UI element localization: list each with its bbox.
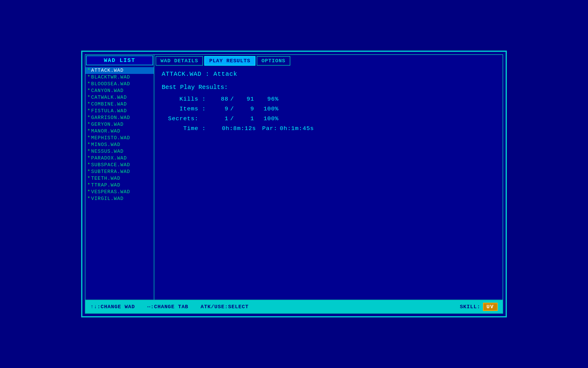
- hint-change-tab: ↔:CHANGE TAB: [147, 304, 188, 310]
- wad-star-icon: *: [87, 176, 91, 181]
- stat-val2: 9: [236, 105, 254, 112]
- stat-colon: :: [201, 105, 207, 112]
- wad-list-item[interactable]: *VESPERAS.WAD: [85, 189, 154, 195]
- wad-item-name: VIRGIL.WAD: [91, 196, 124, 201]
- wad-item-name: MINOS.WAD: [91, 142, 120, 148]
- hint-select: ATK/USE:SELECT: [201, 304, 249, 310]
- wad-item-name: GERYON.WAD: [91, 122, 124, 127]
- wad-item-name: NESSUS.WAD: [91, 149, 124, 154]
- wad-list-item[interactable]: *PARADOX.WAD: [85, 155, 154, 162]
- wad-item-name: SUBTERRA.WAD: [91, 169, 130, 174]
- wad-item-name: GARRISON.WAD: [91, 115, 130, 121]
- stat-par-label: Par:: [262, 125, 277, 132]
- wad-item-name: FISTULA.WAD: [91, 108, 127, 114]
- wad-item-name: ATTACK.WAD: [91, 68, 124, 73]
- stat-label: Secrets:: [162, 115, 198, 122]
- wad-title-line: ATTACK.WAD : Attack: [162, 71, 495, 78]
- stat-val1: 9: [207, 105, 228, 112]
- stat-time: 0h:8m:12s: [207, 125, 256, 132]
- tabs-bar: WAD DETAILSPLAY RESULTSOPTIONS: [154, 55, 503, 66]
- wad-item-name: TEETH.WAD: [91, 176, 120, 181]
- wad-list-item[interactable]: *MEPHISTO.WAD: [85, 135, 154, 141]
- stat-slash: /: [228, 96, 236, 102]
- stat-row: Kills : 88 / 91 96%: [162, 96, 495, 102]
- wad-list-item[interactable]: *BLACKTWR.WAD: [85, 74, 154, 81]
- skill-value: UV: [483, 303, 498, 311]
- wad-list-item[interactable]: *CANYON.WAD: [85, 87, 154, 94]
- hint-change-wad: ↑↓:CHANGE WAD: [90, 304, 135, 310]
- wad-star-icon: *: [87, 115, 91, 121]
- stat-val2: 91: [236, 96, 254, 102]
- wad-list-item[interactable]: *COMBINE.WAD: [85, 101, 154, 108]
- stat-val2: 1: [236, 115, 254, 122]
- wad-item-name: BLACKTWR.WAD: [91, 75, 130, 80]
- wad-list-item[interactable]: *BLOODSEA.WAD: [85, 81, 154, 87]
- stat-label: Items: [162, 105, 198, 112]
- details-content: ATTACK.WAD : Attack Best Play Results: K…: [154, 66, 503, 300]
- stat-colon: :: [201, 96, 207, 102]
- wad-star-icon: *: [87, 149, 91, 154]
- wad-star-icon: *: [87, 189, 91, 195]
- wad-star-icon: *: [87, 81, 91, 87]
- wad-star-icon: *: [87, 102, 91, 107]
- wad-list-panel: WAD LIST *ATTACK.WAD*BLACKTWR.WAD*BLOODS…: [85, 55, 154, 300]
- tab-play-results[interactable]: PLAY RESULTS: [204, 56, 255, 66]
- wad-item-name: CANYON.WAD: [91, 88, 124, 94]
- wad-list-item[interactable]: *ATTACK.WAD: [85, 67, 154, 74]
- wad-star-icon: *: [87, 68, 91, 73]
- inner-frame: WAD LIST *ATTACK.WAD*BLACKTWR.WAD*BLOODS…: [85, 54, 503, 314]
- wad-list-item[interactable]: *TEETH.WAD: [85, 175, 154, 182]
- wad-item-name: COMBINE.WAD: [91, 102, 127, 107]
- wad-star-icon: *: [87, 95, 91, 100]
- wad-item-name: CATWALK.WAD: [91, 95, 127, 100]
- wad-list-item[interactable]: *SUBSPACE.WAD: [85, 162, 154, 168]
- wad-star-icon: *: [87, 135, 91, 141]
- wad-star-icon: *: [87, 155, 91, 161]
- stat-label: Kills: [162, 96, 198, 102]
- wad-star-icon: *: [87, 196, 91, 201]
- wad-star-icon: *: [87, 128, 91, 134]
- wad-item-name: BLOODSEA.WAD: [91, 81, 130, 87]
- stat-label: Time: [162, 125, 198, 132]
- wad-star-icon: *: [87, 169, 91, 174]
- wad-item-name: VESPERAS.WAD: [91, 189, 130, 195]
- stat-slash: /: [228, 105, 236, 112]
- wad-list-header: WAD LIST: [86, 56, 153, 65]
- wad-list-item[interactable]: *GARRISON.WAD: [85, 114, 154, 121]
- wad-list-item[interactable]: *GERYON.WAD: [85, 121, 154, 128]
- wad-list-item[interactable]: *TTRAP.WAD: [85, 182, 154, 189]
- wad-star-icon: *: [87, 182, 91, 188]
- wad-star-icon: *: [87, 88, 91, 94]
- wad-list-item[interactable]: *CATWALK.WAD: [85, 94, 154, 101]
- wad-list-item[interactable]: *FISTULA.WAD: [85, 108, 154, 114]
- stat-val1: 1: [207, 115, 228, 122]
- wad-star-icon: *: [87, 142, 91, 148]
- wad-item-name: MEPHISTO.WAD: [91, 135, 130, 141]
- wad-list-item[interactable]: *MANOR.WAD: [85, 128, 154, 135]
- wad-item-name: MANOR.WAD: [91, 128, 120, 134]
- stats-container: Kills : 88 / 91 96% Items : 9 / 9 100% S…: [162, 96, 495, 132]
- wad-list-item[interactable]: *SUBTERRA.WAD: [85, 168, 154, 175]
- tab-wad-details[interactable]: WAD DETAILS: [156, 56, 203, 66]
- stat-colon: :: [201, 125, 207, 132]
- stat-pct: 100%: [257, 105, 279, 112]
- wad-list-items: *ATTACK.WAD*BLACKTWR.WAD*BLOODSEA.WAD*CA…: [85, 66, 154, 300]
- stat-row: Time : 0h:8m:12s Par: 0h:1m:45s: [162, 125, 495, 132]
- tab-options[interactable]: OPTIONS: [257, 56, 290, 66]
- wad-item-name: SUBSPACE.WAD: [91, 162, 130, 168]
- details-panel: WAD DETAILSPLAY RESULTSOPTIONS ATTACK.WA…: [154, 55, 503, 300]
- wad-item-name: TTRAP.WAD: [91, 182, 120, 188]
- stat-row: Secrets: 1 / 1 100%: [162, 115, 495, 122]
- bottom-bar: ↑↓:CHANGE WAD ↔:CHANGE TAB ATK/USE:SELEC…: [85, 300, 503, 313]
- wad-list-item[interactable]: *NESSUS.WAD: [85, 148, 154, 155]
- wad-star-icon: *: [87, 122, 91, 127]
- outer-frame: WAD LIST *ATTACK.WAD*BLACKTWR.WAD*BLOODS…: [81, 51, 507, 317]
- wad-list-item[interactable]: *MINOS.WAD: [85, 141, 154, 148]
- wad-star-icon: *: [87, 162, 91, 168]
- stat-slash: /: [228, 115, 236, 122]
- stat-val1: 88: [207, 96, 228, 102]
- wad-list-item[interactable]: *VIRGIL.WAD: [85, 195, 154, 202]
- stat-row: Items : 9 / 9 100%: [162, 105, 495, 112]
- main-area: WAD LIST *ATTACK.WAD*BLACKTWR.WAD*BLOODS…: [85, 55, 503, 300]
- skill-label: SKILL:: [460, 304, 480, 310]
